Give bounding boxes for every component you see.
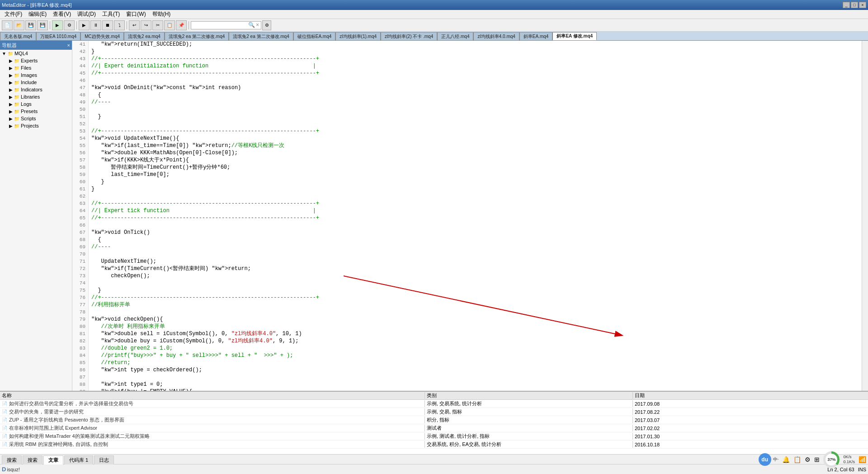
sidebar-item-files[interactable]: ▶📁Files: [0, 64, 72, 71]
code-line: 76//+-----------------------------------…: [72, 294, 862, 301]
code-line: 62: [72, 193, 862, 200]
tab---EA----mq4[interactable]: 斜率EA 修改.mq4: [552, 32, 597, 40]
tree-arrow-icon: ▶: [9, 102, 13, 107]
undo-button[interactable]: ↩: [129, 20, 140, 30]
menu-debug[interactable]: 调试(D): [75, 9, 99, 19]
line-number: 82: [72, 337, 89, 345]
save-button[interactable]: 💾: [25, 20, 36, 30]
sidebar-item-logs[interactable]: ▶📁Logs: [0, 100, 72, 108]
settings-button[interactable]: ⚙: [262, 20, 271, 30]
bottom-row[interactable]: 📄 采用统 RBM 的深度神经网络, 自训练, 自控制 交易系统, 积分, EA…: [0, 441, 868, 449]
line-number: 43: [72, 55, 89, 62]
tab---EA-mq4[interactable]: 斜率EA.mq4: [519, 32, 553, 40]
sidebar-item-projects[interactable]: ▶📁Projects: [0, 122, 72, 129]
tab-zl-----1--mq4[interactable]: zl均线斜率(1).mq4: [335, 32, 381, 40]
sidebar-header: 导航器 ×: [0, 41, 72, 50]
folder-icon: 📁: [14, 123, 19, 128]
pause-button[interactable]: ⏸: [90, 20, 101, 30]
line-content: "kw">void UpdateNextTime(){: [89, 135, 862, 142]
code-line: 84 //printf("buy>>>" + buy + " sell>>>>"…: [72, 352, 862, 359]
start-debug-button[interactable]: ▶: [79, 20, 90, 30]
close-search-icon[interactable]: ×: [256, 22, 259, 28]
line-content: "kw">if(buy != EMPTY_VALUE){: [89, 388, 862, 391]
sidebar-item-experts[interactable]: ▶📁Experts: [0, 57, 72, 64]
minimize-button[interactable]: _: [843, 2, 850, 8]
tab-zl----4-0-mq4[interactable]: zl均线斜率4.0.mq4: [473, 32, 519, 40]
doc-icon: 📄: [2, 426, 7, 431]
line-content: {: [89, 236, 862, 243]
search-input[interactable]: [193, 23, 247, 28]
status-tab---[interactable]: 搜索: [2, 455, 22, 465]
icon-1[interactable]: 🔔: [782, 456, 790, 463]
line-number: 87: [72, 374, 89, 381]
status-tab---[interactable]: 文章: [43, 455, 63, 465]
tree-arrow-icon: ▶: [9, 109, 13, 114]
compile-button[interactable]: ▶: [52, 20, 63, 30]
save-all-button[interactable]: 💾: [37, 20, 48, 30]
status-tab---[interactable]: 搜索: [23, 455, 42, 465]
code-line: 86 "kw">int type = checkOrdered();: [72, 366, 862, 374]
close-button[interactable]: ×: [859, 2, 866, 8]
tab----2-ea-------mq4[interactable]: 流氓兔2 ea 第二次修改.mq4: [229, 32, 293, 40]
status-tab-----1[interactable]: 代码库 1: [64, 455, 93, 465]
copy-button[interactable]: 📋: [164, 20, 175, 30]
folder-icon: 📁: [14, 109, 19, 114]
sidebar-item-scripts[interactable]: ▶📁Scripts: [0, 115, 72, 122]
maximize-button[interactable]: □: [851, 2, 858, 8]
tab----2-ea-------mq4[interactable]: 流氓兔2 ea 第二次修改.mq4: [165, 32, 229, 40]
tab-zl-----2------mq4[interactable]: zl均线斜率(2) 不卡 .mq4: [381, 32, 437, 40]
menu-edit[interactable]: 编辑(E): [26, 9, 49, 19]
bottom-row[interactable]: 📄 交易中的夹角，需要进一步的研究 示例, 交易, 指标 2017.08.22: [0, 408, 868, 416]
wifi-icon[interactable]: 📶: [859, 456, 866, 463]
line-content: [89, 374, 862, 381]
status-tab---[interactable]: 日志: [94, 455, 114, 465]
run-button[interactable]: ⚙: [64, 20, 75, 30]
paste-button[interactable]: 📌: [176, 20, 187, 30]
menu-tools[interactable]: 工具(T): [99, 9, 123, 19]
menu-window[interactable]: 窗口(W): [123, 9, 148, 19]
tab------mq4[interactable]: 无名各版.mq4: [0, 32, 36, 40]
new-button[interactable]: 📄: [2, 20, 13, 30]
sidebar-item-indicators[interactable]: ▶📁Indicators: [0, 86, 72, 93]
sidebar-item-include[interactable]: ▶📁Include: [0, 79, 72, 86]
sidebar-item-libraries[interactable]: ▶📁Libraries: [0, 93, 72, 100]
sidebar-item-mql4[interactable]: ▼📁MQL4: [0, 50, 72, 57]
bottom-row[interactable]: 📄 在非标准时间范围上测试 Expert Advisor 测试者 2017.02…: [0, 424, 868, 432]
code-line: 55 "kw">if(last_time==Time[0]) "kw">retu…: [72, 142, 862, 149]
tab------mq4[interactable]: 正儿八经.mq4: [437, 32, 473, 40]
open-button[interactable]: 📂: [14, 20, 24, 30]
icon-3[interactable]: ⚙: [805, 456, 811, 463]
redo-button[interactable]: ↪: [141, 20, 151, 30]
right-scrollbar[interactable]: [862, 41, 868, 391]
code-line: 67"kw">void OnTick(): [72, 229, 862, 236]
line-content: //+-------------------------------------…: [89, 214, 862, 222]
line-number: 73: [72, 272, 89, 280]
icon-2[interactable]: 📋: [793, 456, 801, 463]
tree-arrow-icon: ▶: [9, 73, 13, 78]
line-content: "kw">void checkOpen(){: [89, 316, 862, 323]
code-line: 51 }: [72, 113, 862, 120]
sidebar-item-presets[interactable]: ▶📁Presets: [0, 108, 72, 115]
bottom-row[interactable]: 📄 如何进行交易信号的定量分析，并从中选择最佳交易信号 示例, 交易系统, 统计…: [0, 400, 868, 408]
tab-----EA-mq4[interactable]: 破位指标EA.mq4: [293, 32, 336, 40]
tree-arrow-icon: ▶: [9, 87, 13, 92]
cut-button[interactable]: ✂: [152, 20, 163, 30]
menu-view[interactable]: 查看(V): [50, 9, 74, 19]
menu-help[interactable]: 帮助(H): [150, 9, 174, 19]
tab----2-ea-mq4[interactable]: 流氓兔2 ea.mq4: [124, 32, 165, 40]
bottom-row[interactable]: 📄 ZUP - 通用之字折线构造 Pesavento 形态，图形界面 积分, 指…: [0, 416, 868, 424]
step-button[interactable]: ⤵: [114, 20, 125, 30]
search-icon[interactable]: 🔍: [248, 22, 255, 28]
icon-4[interactable]: ⊞: [814, 456, 820, 463]
stop-button[interactable]: ⏹: [102, 20, 113, 30]
sidebar-item-images[interactable]: ▶📁Images: [0, 71, 72, 79]
tab---EA-1010-mq4[interactable]: 万能EA 1010.mq4: [36, 32, 80, 40]
menu-file[interactable]: 文件(F): [2, 9, 25, 19]
line-number: 65: [72, 214, 89, 222]
sidebar-close-icon[interactable]: ×: [67, 43, 70, 48]
bottom-row[interactable]: 📄 如何构建和使用 MetaTrader 4的策略测试器来测试二元期权策略 示例…: [0, 432, 868, 441]
folder-icon: 📁: [14, 102, 19, 107]
tab-MC-----mq4[interactable]: MC趋势失效.mq4: [80, 32, 124, 40]
line-content: "kw">int type1 = 0;: [89, 381, 862, 388]
code-scroll[interactable]: 41 "kw">return(INIT_SUCCEEDED);42}43//+-…: [72, 41, 862, 391]
